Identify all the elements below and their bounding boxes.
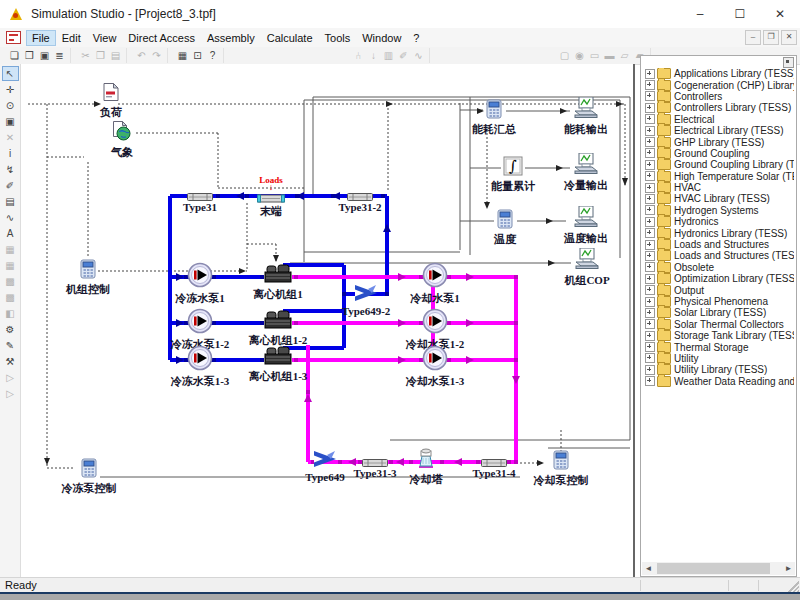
menu-window[interactable]: Window	[356, 30, 407, 46]
tree-item-label: GHP Library (TESS)	[674, 137, 764, 148]
menu-view[interactable]: View	[87, 30, 123, 46]
expand-icon[interactable]	[645, 308, 655, 318]
help-icon[interactable]: ?	[205, 49, 220, 63]
component-label: Type31	[183, 201, 217, 213]
tree-item-ground-coupling[interactable]: Ground Coupling	[643, 148, 794, 159]
overview-tool-icon[interactable]: ▣	[2, 114, 19, 129]
tree-item-solar-thermal-collectors[interactable]: Solar Thermal Collectors	[643, 319, 794, 330]
tree-item-controllers-library-tess[interactable]: Controllers Library (TESS)	[643, 102, 794, 113]
expand-icon[interactable]	[645, 342, 655, 352]
tree-item-output[interactable]: Output	[643, 284, 794, 295]
connect-tool-icon[interactable]: ↯	[2, 162, 19, 177]
document-icon[interactable]	[6, 31, 21, 44]
tree-item-optimization-library-tess[interactable]: Optimization Library (TESS)	[643, 273, 794, 284]
mdi-minimize-button[interactable]: –	[745, 30, 761, 45]
save-all-icon[interactable]: ≣	[52, 49, 67, 63]
open-icon[interactable]: ❒	[22, 49, 37, 63]
expand-icon[interactable]	[645, 319, 655, 329]
expand-icon[interactable]	[645, 240, 655, 250]
menu-file[interactable]: File	[26, 30, 56, 46]
mdi-restore-button[interactable]: ❐	[763, 30, 779, 45]
resize-grip[interactable]	[788, 581, 799, 592]
tree-item-high-temperature-solar-tess[interactable]: High Temperature Solar (TESS)	[643, 171, 794, 182]
expand-icon[interactable]	[645, 114, 655, 124]
menu-assembly[interactable]: Assembly	[201, 30, 261, 46]
pan-tool-icon[interactable]: ✛	[2, 82, 19, 97]
expand-icon[interactable]	[645, 376, 655, 386]
minimize-button[interactable]: –	[680, 0, 720, 28]
expand-icon[interactable]	[645, 274, 655, 284]
scroll-right-icon[interactable]: ►	[782, 562, 795, 575]
scrollbar-thumb[interactable]	[657, 563, 770, 574]
copy-special-tool-icon[interactable]: ▤	[2, 194, 19, 209]
tree-item-hydronics-library-tess[interactable]: Hydronics Library (TESS)	[643, 227, 794, 238]
tree-item-ghp-library-tess[interactable]: GHP Library (TESS)	[643, 136, 794, 147]
mdi-close-button[interactable]: ✕	[781, 30, 797, 45]
expand-icon[interactable]	[645, 365, 655, 375]
tree-item-utility-library-tess[interactable]: Utility Library (TESS)	[643, 364, 794, 375]
save-icon[interactable]: ▣	[37, 49, 52, 63]
tree-item-applications-library-tess[interactable]: Applications Library (TESS)	[643, 68, 794, 79]
tree-item-hydrogen-systems[interactable]: Hydrogen Systems	[643, 205, 794, 216]
new-icon[interactable]: ❏	[7, 49, 22, 63]
expand-icon[interactable]	[645, 297, 655, 307]
tree-item-electrical-library-tess[interactable]: Electrical Library (TESS)	[643, 125, 794, 136]
text-tool-icon[interactable]: A	[2, 226, 19, 241]
tree-item-solar-library-tess[interactable]: Solar Library (TESS)	[643, 307, 794, 318]
expand-icon[interactable]	[645, 91, 655, 101]
scroll-left-icon[interactable]: ◄	[642, 562, 655, 575]
expand-icon[interactable]	[645, 353, 655, 363]
close-button[interactable]: ✕	[760, 0, 800, 28]
draw-tool-icon[interactable]: ✎	[2, 338, 19, 353]
tree-item-electrical[interactable]: Electrical	[643, 114, 794, 125]
expand-icon[interactable]	[645, 251, 655, 261]
expand-icon[interactable]	[645, 80, 655, 90]
expand-icon[interactable]	[645, 160, 655, 170]
menu-tools[interactable]: Tools	[319, 30, 357, 46]
tree-item-controllers[interactable]: Controllers	[643, 91, 794, 102]
menu-edit[interactable]: Edit	[56, 30, 87, 46]
tree-item-utility[interactable]: Utility	[643, 353, 794, 364]
probe-tool-icon[interactable]: ✐	[2, 178, 19, 193]
menu-?[interactable]: ?	[407, 30, 425, 46]
expand-icon[interactable]	[645, 69, 655, 79]
tree-item-weather-data-reading-and-process[interactable]: Weather Data Reading and Process	[643, 376, 794, 387]
tree-item-loads-and-structures-tess[interactable]: Loads and Structures (TESS)	[643, 250, 794, 261]
tree-item-hvac-library-tess[interactable]: HVAC Library (TESS)	[643, 193, 794, 204]
expand-icon[interactable]	[645, 148, 655, 158]
signal-tool-icon[interactable]: ∿	[2, 210, 19, 225]
tree-item-obsolete[interactable]: Obsolete	[643, 262, 794, 273]
print-icon[interactable]: ▦	[175, 49, 190, 63]
expand-icon[interactable]	[645, 228, 655, 238]
print-preview-icon[interactable]: ⊡	[190, 49, 205, 63]
expand-icon[interactable]	[645, 262, 655, 272]
expand-icon[interactable]	[645, 285, 655, 295]
expand-icon[interactable]	[645, 331, 655, 341]
expand-icon[interactable]	[645, 194, 655, 204]
info-tool-icon[interactable]: i	[2, 146, 19, 161]
select-tool-icon[interactable]: ↖	[2, 66, 19, 81]
tree-item-thermal-storage[interactable]: Thermal Storage	[643, 341, 794, 352]
tree-horizontal-scrollbar[interactable]: ◄ ►	[642, 562, 795, 575]
tree-item-loads-and-structures[interactable]: Loads and Structures	[643, 239, 794, 250]
expand-icon[interactable]	[645, 217, 655, 227]
expand-icon[interactable]	[645, 183, 655, 193]
menu-direct-access[interactable]: Direct Access	[122, 30, 201, 46]
zoom-tool-icon[interactable]: ⊙	[2, 98, 19, 113]
settings-tool-icon[interactable]: ⚙	[2, 322, 19, 337]
expand-icon[interactable]	[645, 137, 655, 147]
expand-icon[interactable]	[645, 126, 655, 136]
maximize-button[interactable]: ☐	[720, 0, 760, 28]
expand-icon[interactable]	[645, 103, 655, 113]
panel-pin-button[interactable]	[783, 57, 794, 68]
expand-icon[interactable]	[645, 205, 655, 215]
menu-calculate[interactable]: Calculate	[261, 30, 319, 46]
tree-item-hvac[interactable]: HVAC	[643, 182, 794, 193]
tree-item-physical-phenomena[interactable]: Physical Phenomena	[643, 296, 794, 307]
expand-icon[interactable]	[645, 171, 655, 181]
tree-item-hydronics[interactable]: Hydronics	[643, 216, 794, 227]
build-tool-icon[interactable]: ⚒	[2, 354, 19, 369]
tree-item-storage-tank-library-tess[interactable]: Storage Tank Library (TESS)	[643, 330, 794, 341]
tree-item-ground-coupling-library-tess[interactable]: Ground Coupling Library (TESS)	[643, 159, 794, 170]
tree-item-cogeneration-chp-library-tess[interactable]: Cogeneration (CHP) Library (TESS)	[643, 79, 794, 90]
